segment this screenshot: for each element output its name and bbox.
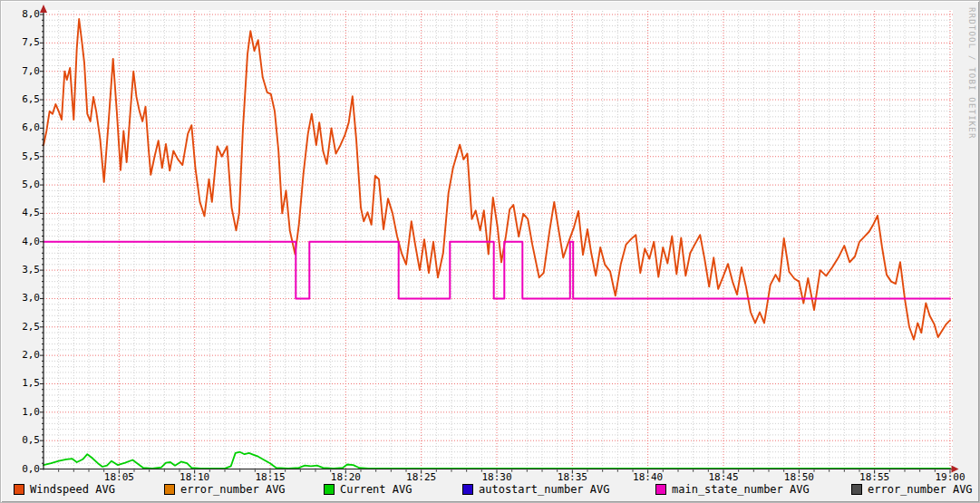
y-tick-label: 4,0 bbox=[3, 237, 40, 247]
x-tick-label: 18:55 bbox=[855, 472, 895, 483]
legend-swatch bbox=[14, 484, 24, 495]
watermark-text: RRDTOOL / TOBI OETIKER bbox=[967, 7, 976, 140]
y-tick-label: 0,5 bbox=[3, 435, 40, 446]
y-tick-label: 6,5 bbox=[3, 94, 40, 105]
legend-swatch bbox=[324, 484, 335, 495]
x-tick-label: 18:30 bbox=[477, 472, 517, 483]
legend-swatch bbox=[462, 484, 473, 495]
legend-swatch bbox=[164, 484, 175, 495]
legend-label: autostart_number AVG bbox=[479, 483, 610, 496]
y-tick-label: 3,0 bbox=[3, 293, 40, 304]
y-tick-label: 5,0 bbox=[3, 179, 40, 190]
y-tick-label: 7,5 bbox=[3, 37, 40, 48]
y-tick-label: 1,0 bbox=[3, 407, 40, 418]
legend-label: main_state_number AVG bbox=[672, 483, 810, 496]
legend-label: error_number AVG bbox=[180, 483, 286, 496]
y-tick-label: 4,5 bbox=[3, 208, 40, 218]
x-tick-label: 18:20 bbox=[325, 472, 365, 483]
y-tick-label: 5,5 bbox=[3, 151, 40, 162]
y-tick-label: 7,0 bbox=[3, 66, 40, 77]
y-tick-label: 6,0 bbox=[3, 122, 40, 133]
x-tick-label: 18:25 bbox=[402, 472, 441, 483]
plot-area bbox=[1, 1, 980, 503]
x-tick-label: 18:45 bbox=[703, 472, 743, 483]
legend-label: Windspeed AVG bbox=[30, 483, 115, 496]
legend-label: error_number AVG bbox=[868, 483, 973, 496]
y-tick-label: 2,5 bbox=[3, 322, 40, 333]
y-tick-label: 0,0 bbox=[3, 464, 40, 475]
x-tick-label: 18:15 bbox=[250, 472, 290, 483]
y-tick-label: 3,5 bbox=[3, 265, 40, 276]
x-tick-label: 19:00 bbox=[930, 472, 970, 483]
x-tick-label: 18:35 bbox=[552, 472, 592, 483]
x-tick-label: 18:50 bbox=[779, 472, 819, 483]
y-tick-label: 1,5 bbox=[3, 378, 40, 389]
legend-swatch bbox=[655, 484, 666, 495]
y-tick-label: 2,0 bbox=[3, 350, 40, 361]
rrdtool-graph: 8,07,57,06,56,05,55,04,54,03,53,02,52,01… bbox=[0, 0, 980, 503]
legend-swatch bbox=[851, 484, 862, 495]
x-tick-label: 18:10 bbox=[175, 472, 215, 483]
legend-label: Current AVG bbox=[340, 483, 412, 496]
y-tick-label: 8,0 bbox=[3, 9, 40, 20]
x-tick-label: 18:40 bbox=[628, 472, 668, 483]
x-tick-label: 18:05 bbox=[99, 472, 139, 483]
